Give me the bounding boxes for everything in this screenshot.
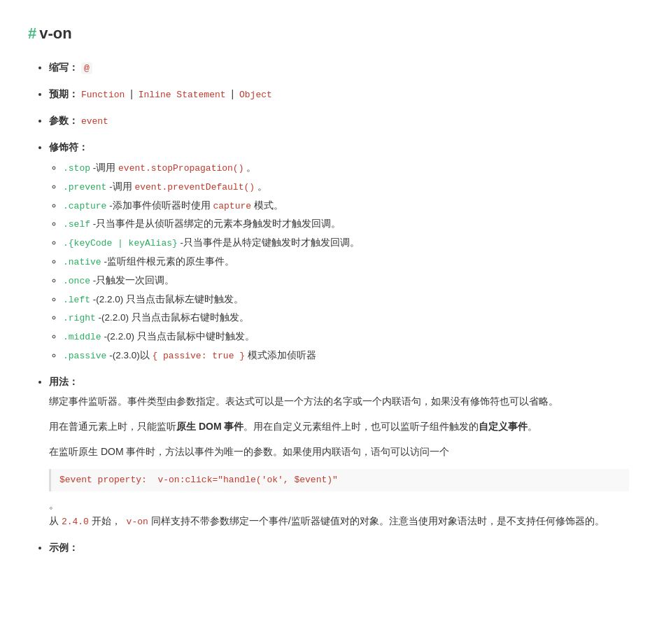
list-item-argument: 参数： event xyxy=(49,113,629,130)
list-item-shorthand: 缩写： @ xyxy=(49,59,629,76)
modifier-once: .once -只触发一次回调。 xyxy=(63,273,629,289)
expects-label: 预期： xyxy=(49,88,78,99)
modifier-prevent-code: .prevent xyxy=(63,182,106,192)
modifier-capture-code: .capture xyxy=(63,201,106,211)
usage-code-block: $event property: v-on:click="handle('ok'… xyxy=(49,469,629,492)
modifier-capture-desc: -添加事件侦听器时使用 xyxy=(109,200,213,211)
modifier-prevent-suffix: 。 xyxy=(257,181,267,192)
modifier-middle: .middle -(2.2.0) 只当点击鼠标中键时触发。 xyxy=(63,329,629,345)
main-list: 缩写： @ 预期： Function | Inline Statement | … xyxy=(28,59,629,555)
modifier-right: .right -(2.2.0) 只当点击鼠标右键时触发。 xyxy=(63,310,629,326)
modifier-right-code: .right xyxy=(63,313,96,323)
usage-para2: 用在普通元素上时，只能监听原生 DOM 事件。用在自定义元素组件上时，也可以监听… xyxy=(49,419,629,435)
version-240: 2.4.0 xyxy=(62,517,89,527)
modifier-right-desc: -(2.2.0) 只当点击鼠标右键时触发。 xyxy=(99,312,249,323)
modifier-self-desc: -只当事件是从侦听器绑定的元素本身触发时才触发回调。 xyxy=(93,218,341,229)
usage-content: 绑定事件监听器。事件类型由参数指定。表达式可以是一个方法的名字或一个内联语句，如… xyxy=(49,393,629,530)
modifier-capture-value: capture xyxy=(213,201,251,211)
modifier-passive-value: { passive: true } xyxy=(152,351,245,361)
modifier-stop: .stop -调用 event.stopPropagation() 。 xyxy=(63,160,629,176)
modifier-native-desc: -监听组件根元素的原生事件。 xyxy=(104,256,234,267)
expects-pipe2: | xyxy=(231,88,236,99)
shorthand-label: 缩写： xyxy=(49,62,78,73)
modifier-self: .self -只当事件是从侦听器绑定的元素本身触发时才触发回调。 xyxy=(63,216,629,232)
page-title: #v-on xyxy=(28,21,629,46)
modifier-middle-desc: -(2.2.0) 只当点击鼠标中键时触发。 xyxy=(104,331,254,342)
modifier-capture: .capture -添加事件侦听器时使用 capture 模式。 xyxy=(63,198,629,214)
list-item-usage: 用法： 绑定事件监听器。事件类型由参数指定。表达式可以是一个方法的名字或一个内联… xyxy=(49,374,629,530)
modifier-prevent: .prevent -调用 event.preventDefault() 。 xyxy=(63,179,629,195)
usage-para1: 绑定事件监听器。事件类型由参数指定。表达式可以是一个方法的名字或一个内联语句，如… xyxy=(49,393,629,410)
expects-inline: Inline Statement xyxy=(139,90,226,100)
modifier-keycode-code: .{keyCode | keyAlias} xyxy=(63,238,178,248)
page-container: #v-on 缩写： @ 预期： Function | Inline Statem… xyxy=(28,21,629,555)
modifier-left-desc: -(2.2.0) 只当点击鼠标左键时触发。 xyxy=(93,294,243,304)
modifier-middle-code: .middle xyxy=(63,332,101,342)
modifier-passive-code: .passive xyxy=(63,351,106,361)
modifier-prevent-method: event.preventDefault() xyxy=(134,182,255,192)
modifier-self-code: .self xyxy=(63,219,90,230)
hash-icon: # xyxy=(28,24,36,42)
argument-label: 参数： xyxy=(49,115,78,126)
modifier-once-code: .once xyxy=(63,276,90,286)
expects-function: Function xyxy=(81,90,125,100)
modifier-prevent-desc: -调用 xyxy=(109,181,134,192)
modifiers-label: 修饰符： xyxy=(49,141,88,153)
modifier-native-code: .native xyxy=(63,257,101,267)
list-item-example: 示例： xyxy=(49,540,629,555)
modifier-stop-suffix: 。 xyxy=(246,162,256,173)
usage-para3: 在监听原生 DOM 事件时，方法以事件为唯一的参数。如果使用内联语句，语句可以访… xyxy=(49,444,629,461)
bold-dom: 原生 DOM 事件 xyxy=(176,421,243,432)
expects-pipe1: | xyxy=(130,88,136,99)
argument-value: event xyxy=(81,116,108,127)
modifier-once-desc: -只触发一次回调。 xyxy=(93,275,175,286)
list-item-modifiers: 修饰符： .stop -调用 event.stopPropagation() 。… xyxy=(49,139,629,364)
modifier-left: .left -(2.2.0) 只当点击鼠标左键时触发。 xyxy=(63,292,629,308)
modifier-stop-code: .stop xyxy=(63,163,90,174)
v-on-ref: v-on xyxy=(121,517,148,527)
modifiers-list: .stop -调用 event.stopPropagation() 。 .pre… xyxy=(49,160,629,364)
usage-label: 用法： xyxy=(49,376,78,387)
shorthand-value: @ xyxy=(81,62,92,74)
modifier-left-code: .left xyxy=(63,295,90,305)
modifier-keycode-desc: -只当事件是从特定键触发时才触发回调。 xyxy=(181,237,360,248)
modifier-native: .native -监听组件根元素的原生事件。 xyxy=(63,254,629,270)
list-item-expects: 预期： Function | Inline Statement | Object xyxy=(49,86,629,103)
usage-para4: 从 2.4.0 开始， v-on 同样支持不带参数绑定一个事件/监听器键值对的对… xyxy=(49,513,629,530)
example-label: 示例： xyxy=(49,542,78,553)
modifier-stop-method: event.stopPropagation() xyxy=(118,163,243,174)
modifier-stop-desc1: -调用 xyxy=(93,162,118,173)
modifier-passive-desc2: 模式添加侦听器 xyxy=(248,350,316,360)
bold-custom: 自定义事件 xyxy=(479,421,528,432)
modifier-capture-suffix: 模式。 xyxy=(254,200,283,211)
expects-object: Object xyxy=(239,90,272,100)
modifier-passive-desc1: -(2.3.0)以 xyxy=(109,350,152,360)
modifier-passive: .passive -(2.3.0)以 { passive: true } 模式添… xyxy=(63,348,629,364)
modifier-keycode: .{keyCode | keyAlias} -只当事件是从特定键触发时才触发回调… xyxy=(63,235,629,251)
